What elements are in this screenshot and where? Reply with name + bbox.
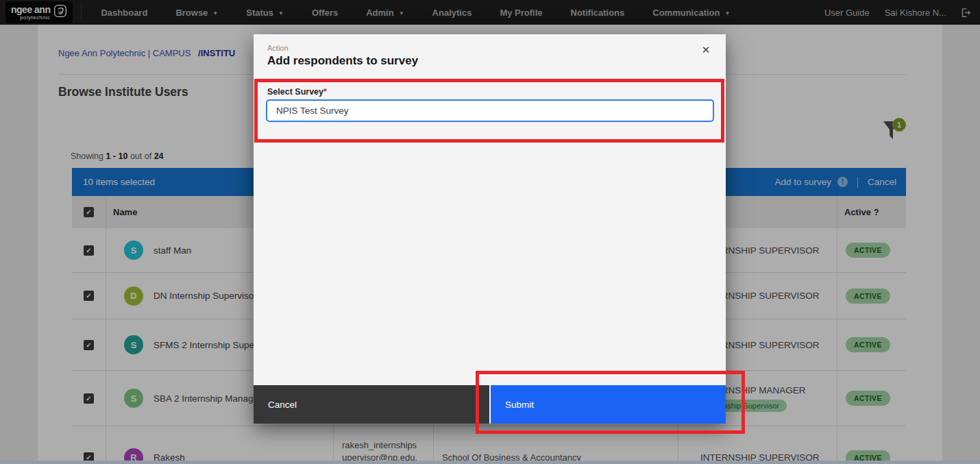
close-icon[interactable]: ✕ xyxy=(698,42,713,58)
add-respondents-modal: Action Add respondents to survey ✕ Selec… xyxy=(254,34,726,424)
required-asterisk: * xyxy=(323,87,327,97)
select-survey-input[interactable] xyxy=(266,99,714,122)
app-window: ngee ann polytechnic Dashboard Browse St… xyxy=(0,0,980,464)
modal-submit-button[interactable]: Submit xyxy=(491,385,726,424)
modal-cancel-button[interactable]: Cancel xyxy=(254,385,489,424)
modal-kicker: Action xyxy=(267,44,289,52)
modal-title: Add respondents to survey xyxy=(267,54,418,68)
select-survey-label: Select Survey* xyxy=(267,87,327,97)
